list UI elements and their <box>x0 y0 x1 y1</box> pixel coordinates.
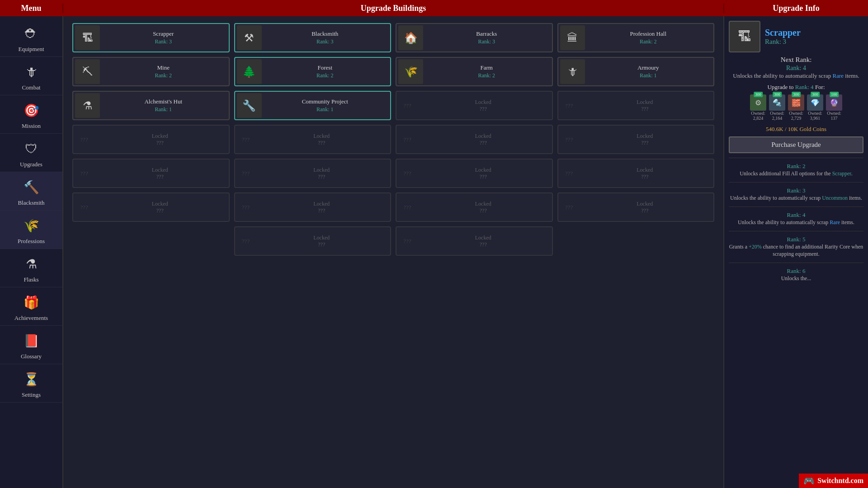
building-card-locked-3-2[interactable]: ??? Locked ??? <box>396 125 553 154</box>
building-card-farm-1-2[interactable]: 🌾 Farm Rank: 2 <box>396 57 553 86</box>
cost-icon-4: 100 🔮 <box>826 94 842 111</box>
building-rank: Rank: 1 <box>155 106 172 113</box>
locked-question-6-1: ??? <box>237 238 255 245</box>
sidebar-item-settings[interactable]: ⏳ Settings <box>0 364 62 403</box>
combat-icon: 🗡 <box>20 61 42 83</box>
sidebar-item-flasks[interactable]: ⚗ Flasks <box>0 249 62 287</box>
building-name: Mine <box>157 64 170 71</box>
building-info-scrapper: Scrapper Rank: 3 <box>100 30 227 45</box>
sidebar-item-professions[interactable]: 🌾 Professions <box>0 211 62 249</box>
rank-entry-title-3: Rank: 5 <box>729 236 863 243</box>
building-name: Profession Hall <box>630 30 666 38</box>
building-rank: Rank: 1 <box>316 106 334 113</box>
building-card-locked-6-2[interactable]: ??? Locked ??? <box>396 226 553 256</box>
building-card-armoury-1-3[interactable]: 🗡 Armoury Rank: 1 <box>557 57 715 86</box>
next-rank-label: Next Rank: <box>729 56 863 64</box>
building-card-barracks-0-2[interactable]: 🏠 Barracks Rank: 3 <box>396 23 553 52</box>
rank-entry-desc-4: Unlocks the... <box>729 275 863 282</box>
locked-rank: ??? <box>480 106 487 113</box>
building-card-locked-4-1[interactable]: ??? Locked ??? <box>234 159 392 188</box>
building-rank: Rank: 1 <box>640 72 657 79</box>
rare-highlight: Rare <box>833 72 844 79</box>
building-info-alchemist'shut: Alchemist's Hut Rank: 1 <box>100 98 227 113</box>
building-card-locked-3-1[interactable]: ??? Locked ??? <box>234 125 392 154</box>
cost-owned-2: Owned:2,729 <box>789 111 803 121</box>
locked-question-6-2: ??? <box>398 238 416 245</box>
cost-badge-3: 300 <box>811 92 820 97</box>
building-name: Scrapper <box>153 30 174 38</box>
locked-info-3-3: Locked ??? <box>578 133 712 146</box>
sidebar-item-upgrades[interactable]: 🛡 Upgrades <box>0 134 62 172</box>
cost-owned-4: Owned:137 <box>827 111 841 121</box>
locked-label: Locked <box>475 235 491 241</box>
building-card-scrapper-0-0[interactable]: 🏗 Scrapper Rank: 3 <box>72 23 230 52</box>
building-card-locked-2-3[interactable]: ??? Locked ??? <box>557 91 715 120</box>
equipment-label: Equipment <box>18 46 44 53</box>
cost-badge-0: 300 <box>754 92 763 97</box>
locked-label: Locked <box>152 133 168 140</box>
sidebar-item-achievements[interactable]: 🎁 Achievements <box>0 287 62 326</box>
building-info-professionhall: Profession Hall Rank: 2 <box>585 30 712 45</box>
building-rank: Rank: 2 <box>155 72 172 79</box>
sidebar-item-combat[interactable]: 🗡 Combat <box>0 57 62 95</box>
sidebar-item-equipment[interactable]: ⛑ Equipment <box>0 19 62 57</box>
building-card-locked-5-0[interactable]: ??? Locked ??? <box>72 192 230 222</box>
locked-rank: ??? <box>156 207 164 214</box>
building-card-profession-hall-0-3[interactable]: 🏛 Profession Hall Rank: 2 <box>557 23 715 52</box>
center-content: 🏗 Scrapper Rank: 3 ⚒ Blacksmith Rank: 3 … <box>63 16 723 488</box>
blacksmith-label: Blacksmith <box>18 199 44 206</box>
professions-icon: 🌾 <box>20 214 42 237</box>
building-card-alchemist's-hut-2-0[interactable]: ⚗ Alchemist's Hut Rank: 1 <box>72 91 230 120</box>
sidebar-item-mission[interactable]: 🎯 Mission <box>0 95 62 134</box>
building-card-locked-4-0[interactable]: ??? Locked ??? <box>72 159 230 188</box>
building-card-blacksmith-0-1[interactable]: ⚒ Blacksmith Rank: 3 <box>234 23 392 52</box>
building-card-locked-4-2[interactable]: ??? Locked ??? <box>396 159 553 188</box>
purchase-upgrade-button[interactable]: Purchase Upgrade <box>729 136 863 153</box>
settings-label: Settings <box>22 391 41 399</box>
locked-rank: ??? <box>480 207 487 214</box>
rank-entry-1: Rank: 3 Unlocks the ability to automatic… <box>729 187 863 202</box>
upgrade-title-group: Scrapper Rank: 3 <box>765 28 801 46</box>
cost-icon-2: 300 🧱 <box>788 94 804 111</box>
building-name: Alchemist's Hut <box>144 98 182 105</box>
building-card-mine-1-0[interactable]: ⛏ Mine Rank: 2 <box>72 57 230 86</box>
rank-entry-title-4: Rank: 6 <box>729 267 863 275</box>
rank-entry-desc-2: Unlocks the ability to automatically scr… <box>729 219 863 226</box>
building-card-locked-6-1[interactable]: ??? Locked ??? <box>234 226 392 256</box>
locked-info-2-2: Locked ??? <box>416 99 550 113</box>
locked-label: Locked <box>637 201 653 207</box>
locked-info-2-3: Locked ??? <box>578 99 712 113</box>
building-rank: Rank: 3 <box>478 38 495 45</box>
locked-rank: ??? <box>318 241 325 248</box>
rank-entry-desc-1: Unlocks the ability to automatically scr… <box>729 194 863 202</box>
building-card-locked-3-3[interactable]: ??? Locked ??? <box>557 125 715 154</box>
watermark: 🎮 Switchntd.com <box>799 474 868 488</box>
cost-owned-0: Owned:2,824 <box>751 111 765 121</box>
cost-owned-3: Owned:3,961 <box>808 111 822 121</box>
sidebar-item-blacksmith[interactable]: 🔨 Blacksmith <box>0 172 62 211</box>
locked-label: Locked <box>475 167 491 174</box>
locked-label: Locked <box>152 201 168 207</box>
scrapper-highlight: Scrapper <box>832 170 851 177</box>
locked-rank: ??? <box>318 140 325 146</box>
upgrade-current-rank: Rank: 3 <box>765 38 801 46</box>
cost-icon-3: 300 💎 <box>807 94 823 111</box>
building-img-forest: 🌲 <box>237 59 262 84</box>
cost-badge-1: 300 <box>773 92 782 97</box>
locked-info-5-2: Locked ??? <box>416 201 550 214</box>
building-card-locked-2-2[interactable]: ??? Locked ??? <box>396 91 553 120</box>
building-card-forest-1-1[interactable]: 🌲 Forest Rank: 2 <box>234 57 392 86</box>
building-card-locked-5-3[interactable]: ??? Locked ??? <box>557 192 715 222</box>
locked-label: Locked <box>637 99 653 106</box>
building-info-forest: Forest Rank: 2 <box>262 64 389 79</box>
cost-icon-0: 300 ⚙ <box>750 94 766 111</box>
building-name: Forest <box>318 64 333 71</box>
building-card-locked-3-0[interactable]: ??? Locked ??? <box>72 125 230 154</box>
building-card-community-project-2-1[interactable]: 🔧 Community Project Rank: 1 <box>234 91 392 120</box>
upgrade-info-title: Upgrade Info <box>723 4 868 13</box>
building-card-locked-5-2[interactable]: ??? Locked ??? <box>396 192 553 222</box>
locked-label: Locked <box>475 99 491 106</box>
building-card-locked-4-3[interactable]: ??? Locked ??? <box>557 159 715 188</box>
building-card-locked-5-1[interactable]: ??? Locked ??? <box>234 192 392 222</box>
sidebar-item-glossary[interactable]: 📕 Glossary <box>0 326 62 364</box>
